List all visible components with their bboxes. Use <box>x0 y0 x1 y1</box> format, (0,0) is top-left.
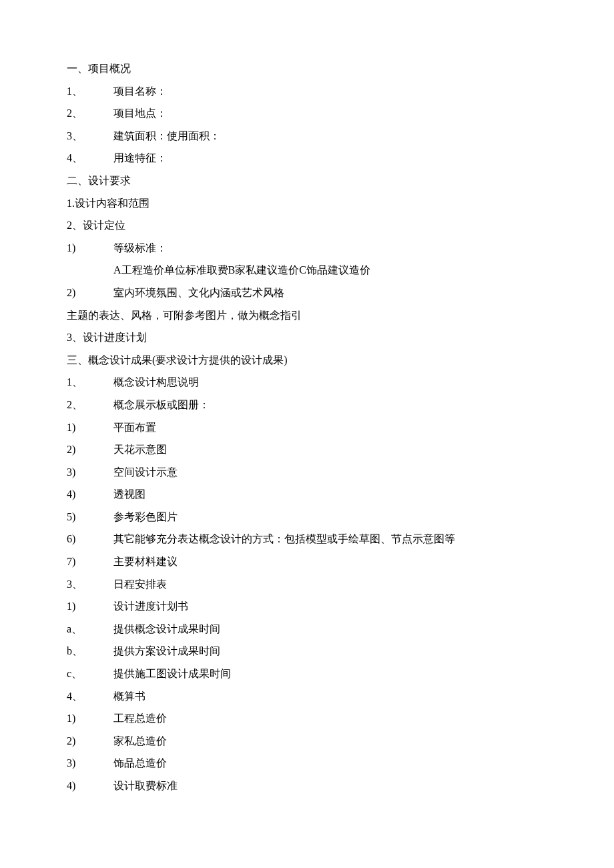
text-line: 1.设计内容和范围 <box>67 192 547 215</box>
text-line: 1)工程总造价 <box>67 707 547 730</box>
text-line: 4)透视图 <box>67 483 547 506</box>
line-text: 二、设计要求 <box>67 175 131 186</box>
text-line: 2)家私总造价 <box>67 730 547 753</box>
text-line: 4)设计取费标准 <box>67 775 547 797</box>
text-line: 主题的表达、风格，可附参考图片，做为概念指引 <box>67 304 547 327</box>
text-line: 2)天花示意图 <box>67 438 547 461</box>
line-text: 日程安排表 <box>113 578 167 590</box>
line-text: 透视图 <box>113 488 145 500</box>
list-bullet: 4、 <box>67 685 113 708</box>
text-line: 3、建筑面积：使用面积： <box>67 125 547 147</box>
text-line: 3)空间设计示意 <box>67 461 547 484</box>
text-line: 二、设计要求 <box>67 169 547 192</box>
line-text: 平面布置 <box>113 422 156 433</box>
list-bullet: b、 <box>67 640 113 663</box>
text-line: 3、日程安排表 <box>67 573 547 596</box>
text-line: 1、项目名称： <box>67 80 547 103</box>
list-bullet: 4、 <box>67 147 113 169</box>
line-text: 概算书 <box>113 691 145 702</box>
text-line: 1)设计进度计划书 <box>67 595 547 618</box>
line-text: 主要材料建议 <box>113 556 178 567</box>
list-bullet: 2、 <box>67 102 113 125</box>
text-line: 一、项目概况 <box>67 57 547 80</box>
line-text: 参考彩色图片 <box>113 511 178 522</box>
text-line: 4、用途特征： <box>67 147 547 169</box>
line-text: 家私总造价 <box>113 735 167 747</box>
line-text: 项目名称： <box>113 85 167 97</box>
list-bullet: 7) <box>67 550 113 573</box>
text-line: 2、项目地点： <box>67 102 547 125</box>
list-bullet: 1) <box>67 237 113 260</box>
text-line: 3、设计进度计划 <box>67 326 547 349</box>
list-bullet: 4) <box>67 483 113 506</box>
line-text: 用途特征： <box>113 152 167 163</box>
text-line: 6)其它能够充分表达概念设计的方式：包括模型或手绘草图、节点示意图等 <box>67 528 547 550</box>
line-text: 天花示意图 <box>113 444 167 455</box>
list-bullet: 3、 <box>67 573 113 596</box>
list-bullet: 3、 <box>67 125 113 147</box>
line-text: 工程总造价 <box>113 713 167 724</box>
text-line: 4、概算书 <box>67 685 547 708</box>
text-line: 2、概念展示板或图册： <box>67 394 547 416</box>
text-line: 1)平面布置 <box>67 416 547 439</box>
line-text: 3、设计进度计划 <box>67 332 147 343</box>
list-bullet: 5) <box>67 506 113 528</box>
text-line: 3)饰品总造价 <box>67 752 547 775</box>
list-bullet: 2、 <box>67 394 113 416</box>
document-body: 一、项目概况1、项目名称：2、项目地点：3、建筑面积：使用面积：4、用途特征：二… <box>67 57 547 797</box>
list-bullet: 2) <box>67 438 113 461</box>
text-line: 7)主要材料建议 <box>67 550 547 573</box>
line-text: 三、概念设计成果(要求设计方提供的设计成果) <box>67 354 288 366</box>
list-bullet: 1、 <box>67 80 113 103</box>
text-line: a、提供概念设计成果时间 <box>67 618 547 640</box>
list-bullet: 1) <box>67 595 113 618</box>
text-line: 2、设计定位 <box>67 214 547 237</box>
line-text: 提供概念设计成果时间 <box>113 623 220 634</box>
list-bullet: 2) <box>67 730 113 753</box>
list-bullet: c、 <box>67 663 113 685</box>
list-bullet: a、 <box>67 618 113 640</box>
line-text: 一、项目概况 <box>67 63 131 74</box>
line-text: 概念设计构思说明 <box>113 376 199 388</box>
line-text: 其它能够充分表达概念设计的方式：包括模型或手绘草图、节点示意图等 <box>113 533 455 544</box>
list-bullet: 3) <box>67 752 113 775</box>
line-text: 建筑面积：使用面积： <box>113 130 220 141</box>
line-text: 提供施工图设计成果时间 <box>113 668 231 679</box>
text-line: b、提供方案设计成果时间 <box>67 640 547 663</box>
line-text: 项目地点： <box>113 107 167 119</box>
text-line: c、提供施工图设计成果时间 <box>67 663 547 685</box>
text-line: A工程造价单位标准取费B家私建议造价C饰品建议造价 <box>67 259 547 282</box>
line-text: 主题的表达、风格，可附参考图片，做为概念指引 <box>67 310 302 321</box>
line-text: 2、设计定位 <box>67 220 125 231</box>
line-text: 空间设计示意 <box>113 466 178 478</box>
line-text: 饰品总造价 <box>113 757 167 769</box>
line-text: 等级标准： <box>113 242 167 254</box>
text-line: 三、概念设计成果(要求设计方提供的设计成果) <box>67 349 547 372</box>
line-text: 1.设计内容和范围 <box>67 197 149 209</box>
list-bullet: 2) <box>67 282 113 304</box>
text-line: 2)室内环境氛围、文化内涵或艺术风格 <box>67 282 547 304</box>
line-text: 室内环境氛围、文化内涵或艺术风格 <box>113 287 284 298</box>
line-text: 概念展示板或图册： <box>113 399 210 410</box>
text-line: 1、概念设计构思说明 <box>67 371 547 394</box>
list-bullet: 3) <box>67 461 113 484</box>
line-text: 提供方案设计成果时间 <box>113 645 220 657</box>
list-bullet: 1) <box>67 416 113 439</box>
list-bullet: 4) <box>67 775 113 797</box>
text-line: 5)参考彩色图片 <box>67 506 547 528</box>
list-bullet: 6) <box>67 528 113 550</box>
list-bullet: 1、 <box>67 371 113 394</box>
line-text: 设计取费标准 <box>113 780 178 791</box>
line-text: 设计进度计划书 <box>113 600 188 612</box>
list-bullet: 1) <box>67 707 113 730</box>
text-line: 1)等级标准： <box>67 237 547 260</box>
line-text: A工程造价单位标准取费B家私建议造价C饰品建议造价 <box>113 264 370 276</box>
